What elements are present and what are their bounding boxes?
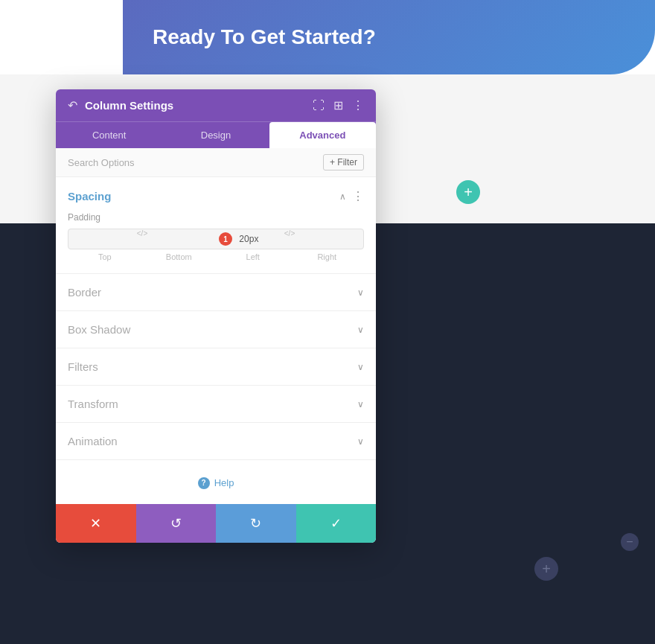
transform-title: Transform [68, 398, 118, 410]
animation-chevron-icon: ∨ [357, 436, 364, 447]
cancel-icon: ✕ [90, 515, 101, 532]
save-button[interactable]: ✓ [296, 504, 377, 543]
padding-labels-row: Top Bottom Left Right [68, 252, 364, 261]
border-section: Border ∨ [56, 274, 376, 311]
save-icon: ✓ [330, 515, 342, 532]
padding-bottom-input[interactable] [153, 234, 213, 244]
padding-inputs: </> 1 </> [68, 229, 364, 249]
left-label: Left [216, 252, 290, 261]
filters-section-header[interactable]: Filters ∨ [56, 348, 376, 385]
canvas-add-button-2[interactable]: + [534, 557, 558, 581]
help-button[interactable]: ? Help [198, 477, 234, 489]
link-icon-1: </> [135, 229, 150, 249]
tab-design[interactable]: Design [162, 122, 269, 148]
padding-top-field[interactable] [68, 229, 135, 249]
panel-footer: ✕ ↺ ↻ ✓ [56, 504, 376, 543]
box-shadow-title: Box Shadow [68, 323, 130, 336]
spacing-title: Spacing [68, 190, 111, 203]
right-label: Right [290, 252, 365, 261]
bottom-label: Bottom [142, 252, 217, 261]
tab-content[interactable]: Content [56, 122, 162, 148]
animation-title: Animation [68, 435, 118, 447]
hero-title: Ready To Get Started? [153, 25, 376, 49]
padding-right-input[interactable] [300, 234, 360, 244]
tab-advanced[interactable]: Advanced [269, 122, 376, 148]
transform-section-header[interactable]: Transform ∨ [56, 386, 376, 422]
animation-section-header[interactable]: Animation ∨ [56, 423, 376, 459]
transform-chevron-icon: ∨ [357, 399, 364, 409]
padding-label: Padding [68, 212, 364, 223]
help-icon: ? [198, 477, 210, 489]
cancel-button[interactable]: ✕ [56, 504, 136, 543]
canvas-add-button[interactable]: + [456, 180, 480, 204]
panel-header-icons: ⛶ ⊞ ⋮ [313, 98, 364, 112]
filters-title: Filters [68, 360, 98, 373]
back-arrow-icon[interactable]: ↶ [68, 98, 77, 112]
panel-header: ↶ Column Settings ⛶ ⊞ ⋮ [56, 89, 376, 121]
more-options-icon[interactable]: ⋮ [352, 98, 364, 112]
filter-button[interactable]: + Filter [323, 154, 364, 170]
panel-title: Column Settings [85, 99, 173, 112]
spacing-section-header[interactable]: Spacing ∧ ⋮ [56, 177, 376, 212]
padding-left-field[interactable]: 1 [216, 229, 282, 249]
spacing-section: Spacing ∧ ⋮ Padding </> [56, 177, 376, 274]
redo-icon: ↻ [250, 515, 261, 532]
link-icon-2: </> [282, 229, 297, 249]
expand-icon[interactable]: ⛶ [313, 99, 325, 112]
undo-icon: ↺ [170, 515, 182, 532]
border-chevron-icon: ∨ [357, 287, 364, 298]
padding-top-input[interactable] [71, 234, 132, 244]
border-title: Border [68, 286, 101, 299]
help-section: ? Help [56, 460, 376, 504]
spacing-content: Padding </> 1 </> [56, 212, 376, 273]
column-settings-panel: ↶ Column Settings ⛶ ⊞ ⋮ Content Design A… [56, 89, 376, 543]
grid-icon[interactable]: ⊞ [333, 98, 343, 112]
filters-section: Filters ∨ [56, 348, 376, 386]
padding-right-field[interactable] [297, 229, 363, 249]
canvas-minus-button[interactable]: − [621, 533, 639, 551]
undo-button[interactable]: ↺ [136, 504, 217, 543]
panel-header-left: ↶ Column Settings [68, 98, 173, 112]
panel-body: Spacing ∧ ⋮ Padding </> [56, 177, 376, 504]
padding-bottom-field[interactable] [150, 229, 216, 249]
hero-banner: Ready To Get Started? [123, 0, 655, 74]
redo-button[interactable]: ↻ [216, 504, 296, 543]
spacing-chevron-icon: ∧ [339, 191, 346, 202]
help-label: Help [214, 477, 234, 488]
top-label: Top [68, 252, 142, 261]
box-shadow-section: Box Shadow ∨ [56, 311, 376, 348]
section-controls: ∧ ⋮ [339, 189, 364, 203]
box-shadow-section-header[interactable]: Box Shadow ∨ [56, 311, 376, 348]
spacing-menu-icon[interactable]: ⋮ [352, 189, 364, 203]
border-section-header[interactable]: Border ∨ [56, 274, 376, 310]
filters-chevron-icon: ∨ [357, 362, 364, 372]
badge-1: 1 [219, 232, 232, 246]
box-shadow-chevron-icon: ∨ [357, 325, 364, 335]
panel-tabs: Content Design Advanced [56, 121, 376, 148]
transform-section: Transform ∨ [56, 386, 376, 423]
search-placeholder[interactable]: Search Options [68, 157, 135, 168]
animation-section: Animation ∨ [56, 423, 376, 460]
search-bar: Search Options + Filter [56, 148, 376, 177]
